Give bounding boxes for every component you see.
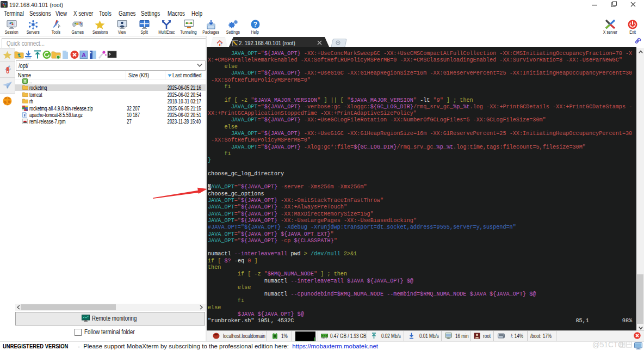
svg-text:A: A [82,52,86,58]
svg-text:?: ? [253,21,257,28]
